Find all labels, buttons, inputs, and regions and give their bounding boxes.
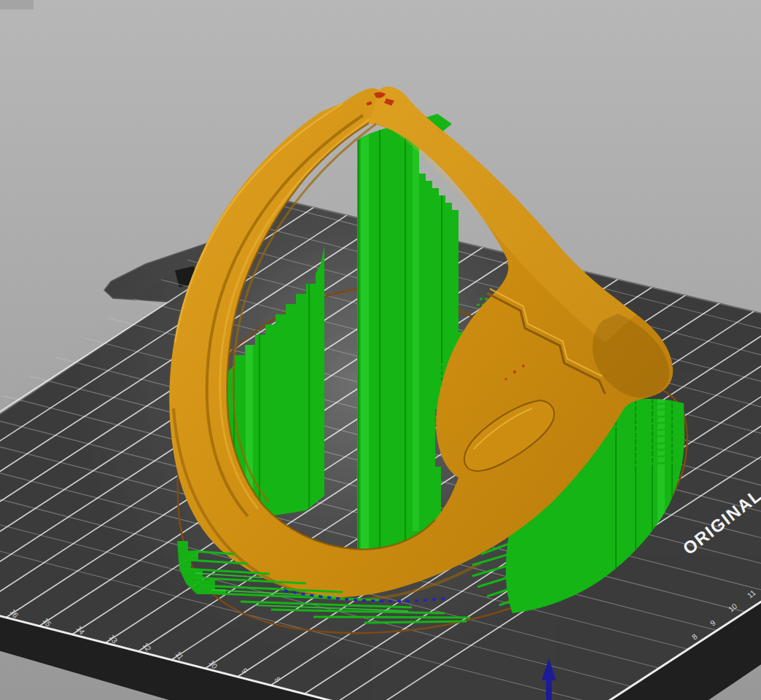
scene-canvas[interactable]: 16 15 14 13 12 11 10 9 8 8 9 10 11 ORIGI… (0, 0, 761, 700)
corner-artifact (0, 0, 34, 9)
slicer-3d-viewport[interactable]: 16 15 14 13 12 11 10 9 8 8 9 10 11 ORIGI… (0, 0, 761, 700)
